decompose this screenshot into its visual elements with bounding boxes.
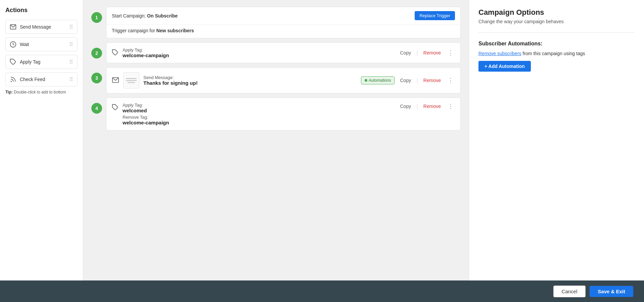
sidebar: Actions Send Message ⠿ Wait ⠿ (0, 0, 83, 280)
wait-label: Wait (20, 42, 29, 47)
automations-badge[interactable]: Automations (361, 76, 395, 84)
send-message-label: Send Message (20, 24, 51, 30)
sidebar-item-wait[interactable]: Wait ⠿ (5, 37, 78, 51)
step-2-row: 2 Apply Tag: welcome-campaign Copy (91, 42, 461, 63)
step-4-apply-value: welcomed (123, 108, 169, 113)
check-feed-label: Check Feed (20, 77, 45, 82)
panel-section-title: Subscriber Automations: (478, 41, 635, 47)
panel-title: Campaign Options (478, 8, 635, 17)
sidebar-title: Actions (5, 7, 78, 14)
drag-handle-wait[interactable]: ⠿ (69, 41, 73, 48)
step-1-card: Start Campaign: On Subscribe Replace Tri… (106, 7, 461, 38)
tip-text: Tip: Double-click to add to bottom (5, 90, 78, 95)
step-4-remove-tag-value: welcome-campaign (123, 120, 169, 125)
apply-tag-label: Apply Tag (20, 59, 40, 65)
message-preview (123, 72, 139, 88)
envelope-icon-step3 (112, 76, 119, 85)
tag-icon (10, 59, 16, 65)
panel-subscriber-text: Remove subscribers from this campaign us… (478, 51, 635, 56)
trigger-sub: Trigger campaign for New subscribers (106, 24, 460, 38)
step-2-title-main: welcome-campaign (123, 52, 169, 58)
drag-handle-check-feed[interactable]: ⠿ (69, 76, 73, 83)
step-2-copy-button[interactable]: Copy (399, 49, 412, 56)
add-automation-button[interactable]: + Add Automation (478, 61, 531, 72)
step-3-number: 3 (91, 73, 102, 83)
step-4-number: 4 (91, 103, 102, 114)
step-3-title-small: Send Message: (143, 75, 198, 80)
drag-handle-send-message[interactable]: ⠿ (69, 24, 73, 30)
sidebar-item-send-message[interactable]: Send Message ⠿ (5, 20, 78, 34)
step-4-apply-label: Apply Tag: (123, 103, 169, 108)
step-2-more-button[interactable]: ⋮ (446, 49, 455, 56)
msg-line-1 (126, 78, 137, 79)
step-4-copy-button[interactable]: Copy (399, 103, 412, 110)
step-4-remove-button[interactable]: Remove (422, 103, 442, 110)
automations-dot (365, 79, 367, 82)
trigger-title: Start Campaign: On Subscribe (112, 13, 178, 18)
replace-trigger-button[interactable]: Replace Trigger (415, 11, 455, 20)
remove-subscribers-link[interactable]: Remove subscribers (478, 51, 521, 56)
step-3-remove-button[interactable]: Remove (422, 77, 442, 84)
step-4-row: 4 Apply Tag: welcomed Remove Tag: welcom… (91, 98, 461, 130)
right-panel: Campaign Options Change the way your cam… (469, 0, 644, 280)
cancel-button[interactable]: Cancel (553, 286, 586, 297)
step-3-row: 3 Send Message: Than (91, 67, 461, 93)
step-4-remove-tag-label: Remove Tag: (123, 115, 169, 120)
step-4-card: Apply Tag: welcomed Remove Tag: welcome-… (106, 98, 461, 130)
msg-line-3 (128, 82, 135, 83)
step-1-row: 1 Start Campaign: On Subscribe Replace T… (91, 7, 461, 38)
save-exit-button[interactable]: Save & Exit (590, 286, 633, 297)
center-content: 1 Start Campaign: On Subscribe Replace T… (83, 0, 469, 280)
step-3-card: Send Message: Thanks for signing up! Aut… (106, 67, 461, 93)
envelope-icon (10, 24, 16, 30)
step-2-card: Apply Tag: welcome-campaign Copy | Remov… (106, 42, 461, 63)
tag-icon-step2 (112, 49, 119, 57)
sidebar-item-apply-tag[interactable]: Apply Tag ⠿ (5, 55, 78, 69)
step-4-more-button[interactable]: ⋮ (446, 103, 455, 110)
panel-subtitle: Change the way your campaign behaves (478, 19, 635, 24)
step-1-number: 1 (91, 12, 102, 23)
step-2-number: 2 (91, 48, 102, 59)
step-3-title-main: Thanks for signing up! (143, 80, 198, 86)
step-3-copy-button[interactable]: Copy (399, 77, 412, 84)
tag-icon-step4 (112, 104, 119, 112)
drag-handle-apply-tag[interactable]: ⠿ (69, 59, 73, 65)
footer: Cancel Save & Exit (0, 280, 644, 302)
clock-icon (10, 41, 16, 48)
svg-point-3 (11, 81, 11, 82)
sidebar-item-check-feed[interactable]: Check Feed ⠿ (5, 72, 78, 86)
step-2-title-small: Apply Tag: (123, 47, 169, 52)
step-3-more-button[interactable]: ⋮ (446, 77, 455, 84)
rss-icon (10, 76, 16, 83)
msg-line-2 (126, 80, 137, 81)
trigger-top: Start Campaign: On Subscribe Replace Tri… (106, 7, 460, 24)
panel-divider (478, 32, 635, 33)
step-2-remove-button[interactable]: Remove (422, 49, 442, 56)
